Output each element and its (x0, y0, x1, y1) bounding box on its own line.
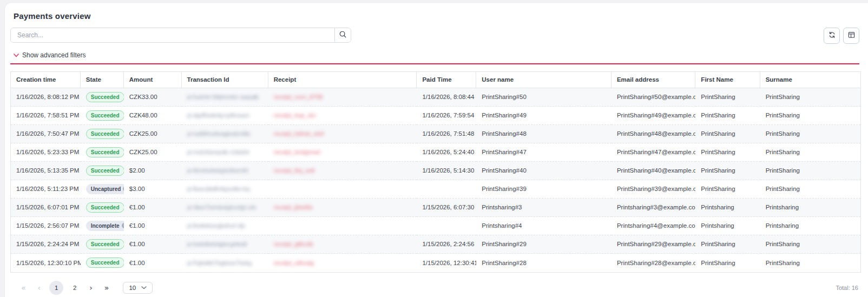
state-badge: Incompletei (86, 221, 124, 231)
first-name-cell-text: PrintSharing (701, 94, 735, 100)
state-cell: Uncapturedi (81, 180, 124, 199)
first-name-cell-text: PrintSharing (701, 149, 735, 155)
amount-cell: $3.00 (124, 180, 182, 199)
receipt-cell-text: receipt_gtlkcdb (274, 241, 313, 247)
column-header[interactable]: Surname (760, 72, 860, 88)
amount-cell: $2.00 (124, 162, 182, 180)
state-badge: Succeeded (86, 202, 124, 213)
search-button[interactable] (334, 28, 351, 42)
state-badge-label: Succeeded (91, 112, 120, 119)
receipt-cell[interactable]: receipt_bdhsk_wlsf (268, 125, 417, 143)
amount-cell: €1.00 (124, 217, 182, 235)
email-cell: PrintSharing#47@example.com (611, 143, 695, 162)
table-row[interactable]: 1/15/2026, 12:30:10 PMSucceeded€1.00pi P… (11, 254, 860, 272)
next-page-button[interactable]: › (86, 282, 96, 293)
user-name-cell-text: PrintSharing#40 (482, 167, 526, 174)
amount-cell-text: CZK25.00 (129, 130, 157, 137)
state-cell: Succeeded (81, 199, 124, 217)
search-input[interactable] (11, 28, 334, 42)
creation-time-cell: 1/16/2026, 5:23:33 PM (11, 143, 81, 162)
page-number-button[interactable]: 2 (69, 282, 81, 294)
column-header[interactable]: State (81, 72, 124, 88)
user-name-cell: PrintSharing#49 (476, 107, 611, 125)
receipt-cell[interactable]: receipt_num_8758 (268, 88, 417, 107)
column-settings-button[interactable] (843, 28, 859, 44)
state-cell: Succeeded (81, 107, 124, 125)
page-title: Payments overview (14, 11, 859, 21)
table-row[interactable]: 1/16/2026, 5:23:33 PMSucceededCZK25.00pi… (11, 143, 860, 162)
first-name-cell-text: PrintSharing (701, 112, 735, 118)
creation-time-cell-text: 1/15/2026, 12:30:10 PM (16, 260, 81, 266)
amount-cell: CZK48.00 (124, 107, 182, 125)
column-header[interactable]: Creation time (11, 72, 81, 88)
chevron-down-icon (14, 54, 19, 57)
surname-cell-text: PrintSharing (766, 167, 800, 174)
email-cell: PrintSharing#39@example.com (611, 180, 695, 199)
table-row[interactable]: 1/15/2026, 2:56:07 PMIncompletei€1.00pi … (11, 217, 860, 235)
creation-time-cell-text: 1/16/2026, 5:13:35 PM (16, 167, 79, 174)
payments-table: Creation timeStateAmountTransaction IdRe… (10, 71, 861, 273)
refresh-button[interactable] (824, 28, 840, 44)
amount-cell-text: €1.00 (129, 222, 145, 229)
email-cell-text: PrintSharing#47@example.com (617, 149, 695, 155)
table-row[interactable]: 1/15/2026, 6:07:01 PMSucceeded€1.00pi dt… (11, 199, 860, 217)
column-header[interactable]: Receipt (268, 72, 417, 88)
column-header[interactable]: Email address (611, 72, 695, 88)
email-cell-text: PrintSharing#29@example.com (617, 241, 695, 247)
receipt-cell[interactable]: receipt_krgr_dcr (268, 107, 417, 125)
table-row[interactable]: 1/16/2026, 7:50:47 PMSucceededCZK25.00pi… (11, 125, 860, 143)
state-badge-label: Uncaptured (91, 186, 121, 193)
info-icon[interactable]: i (122, 223, 124, 228)
column-header[interactable]: User name (476, 72, 611, 88)
email-cell: PrintSharing#28@example.com (611, 254, 695, 272)
table-columns-icon (847, 31, 856, 41)
table-row[interactable]: 1/16/2026, 5:11:23 PMUncapturedi$3.00pi … (11, 180, 860, 199)
state-badge-label: Succeeded (91, 94, 120, 101)
table-row[interactable]: 1/16/2026, 8:08:12 PMSucceededCZK33.00pi… (11, 88, 860, 107)
column-header[interactable]: Paid Time (417, 72, 476, 88)
user-name-cell-text: Printsharing#3 (482, 204, 522, 210)
last-page-button[interactable]: » (101, 282, 113, 293)
receipt-cell (268, 217, 417, 235)
column-header[interactable]: First Name (695, 72, 760, 88)
paid-time-cell: 1/16/2026, 7:59:54 PM (417, 107, 476, 125)
creation-time-cell: 1/15/2026, 12:30:10 PM (11, 254, 81, 272)
user-name-cell-text: PrintSharing#39 (482, 186, 526, 192)
transaction-id-cell-text: pi dtwsTtwnbwlgkvstgt cds (187, 204, 257, 210)
state-cell: Succeeded (81, 162, 124, 180)
info-icon[interactable]: i (123, 186, 124, 192)
page-number-button[interactable]: 1 (49, 281, 63, 295)
state-badge: Succeeded (86, 166, 124, 176)
first-name-cell: PrintSharing (695, 88, 760, 107)
first-page-button[interactable]: « (18, 282, 29, 293)
surname-cell: PrintSharing (760, 180, 860, 199)
transaction-id-cell-text: pi bwtsllwtwigtscgelwdt (187, 241, 247, 247)
receipt-cell[interactable]: receipt_wftcwlg (268, 254, 417, 272)
receipt-cell[interactable]: receipt_gtlkcdb (268, 235, 417, 254)
receipt-cell[interactable]: receipt_jbtwfds (268, 199, 417, 217)
receipt-cell-text: receipt_krgr_dcr (274, 112, 316, 118)
page-size-select[interactable]: 10 (123, 282, 153, 294)
table-row[interactable]: 1/16/2026, 5:13:35 PMSucceeded$2.00pi lt… (11, 162, 860, 180)
first-name-cell-text: PrintSharing (701, 241, 735, 247)
creation-time-cell-text: 1/15/2026, 2:24:24 PM (16, 241, 79, 247)
amount-cell: €1.00 (124, 254, 182, 272)
user-name-cell-text: PrintSharing#49 (482, 112, 526, 118)
receipt-cell[interactable]: receipt_lbrj_wdl (268, 162, 417, 180)
email-cell: Printsharing#3@example.com (611, 199, 695, 217)
column-header[interactable]: Amount (124, 72, 182, 88)
previous-page-button[interactable]: ‹ (35, 282, 44, 293)
state-cell: Succeeded (81, 125, 124, 143)
show-advanced-filters-toggle[interactable]: Show advanced filters (14, 51, 86, 59)
state-badge: Succeeded (86, 129, 124, 139)
column-header[interactable]: Transaction Id (182, 72, 268, 88)
email-cell: PrintSharing#49@example.com (611, 107, 695, 125)
email-cell: PrintSharing#29@example.com (611, 235, 695, 254)
state-cell: Succeeded (81, 143, 124, 162)
payments-overview-card: Payments overview (4, 2, 868, 297)
table-row[interactable]: 1/15/2026, 2:24:24 PMSucceeded€1.00pi bw… (11, 235, 860, 254)
receipt-cell[interactable]: receipt_bmtgrmwl (268, 143, 417, 162)
creation-time-cell-text: 1/16/2026, 7:50:47 PM (16, 130, 79, 137)
user-name-cell: PrintSharing#28 (476, 254, 611, 272)
table-row[interactable]: 1/16/2026, 7:58:51 PMSucceededCZK48.00pi… (11, 107, 860, 125)
